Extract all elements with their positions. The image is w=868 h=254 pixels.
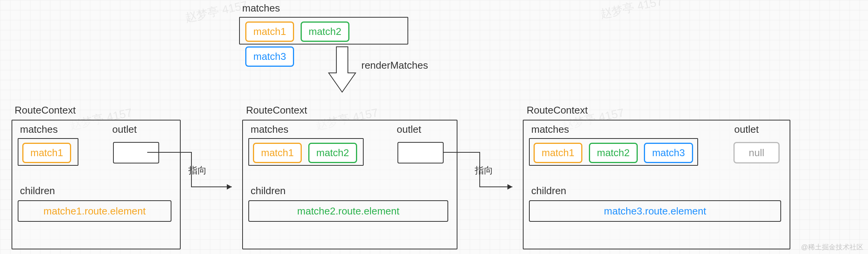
children-label: children	[251, 185, 286, 197]
route-context-title: RouteContext	[527, 104, 588, 116]
top-matches-label: matches	[242, 2, 280, 14]
children-text: matche1.route.element	[43, 205, 146, 217]
footer-watermark: @稀土掘金技术社区	[801, 242, 863, 252]
outlet-box: null	[733, 142, 780, 163]
outlet-box	[397, 142, 444, 163]
watermark: 赵梦亭 4157	[599, 0, 664, 22]
outlet-label: outlet	[734, 124, 759, 135]
children-text: matche2.route.element	[297, 205, 399, 217]
match-chip: match3	[245, 46, 294, 67]
match-chip: match2	[301, 21, 349, 42]
matches-label: matches	[20, 124, 58, 135]
children-box: matche3.route.element	[529, 200, 781, 222]
route-context-title: RouteContext	[246, 104, 307, 116]
svg-marker-0	[227, 184, 232, 190]
pointer-label: 指向	[475, 164, 493, 176]
svg-marker-1	[507, 184, 512, 190]
match-chip: match2	[589, 143, 638, 163]
route-context-box: matches match1 match2 outlet children ma…	[242, 120, 457, 249]
outlet-label: outlet	[112, 124, 137, 135]
route-context-title: RouteContext	[15, 104, 76, 116]
match-chip: match1	[534, 143, 582, 163]
match-chip: match1	[245, 21, 294, 42]
match-chip: match3	[644, 143, 693, 163]
render-matches-label: renderMatches	[361, 59, 428, 71]
matches-box: match1 match2 match3	[529, 138, 698, 166]
arrow-down-icon	[327, 46, 358, 96]
match-chip: match1	[253, 143, 302, 163]
children-box: matche2.route.element	[248, 200, 448, 222]
matches-label: matches	[531, 124, 569, 135]
children-text: matche3.route.element	[604, 205, 706, 217]
outlet-label: outlet	[397, 124, 421, 135]
match-chip: match1	[22, 143, 71, 163]
children-label: children	[20, 185, 55, 197]
match-chip: match2	[308, 143, 357, 163]
matches-box: match1	[18, 138, 78, 166]
pointer-label: 指向	[188, 164, 207, 176]
matches-box: match1 match2	[248, 138, 364, 166]
children-box: matche1.route.element	[18, 200, 171, 222]
matches-label: matches	[251, 124, 288, 135]
top-matches-box: match1 match2 match3	[239, 17, 408, 45]
route-context-box: matches match1 match2 match3 outlet null…	[523, 120, 790, 249]
children-label: children	[531, 185, 566, 197]
